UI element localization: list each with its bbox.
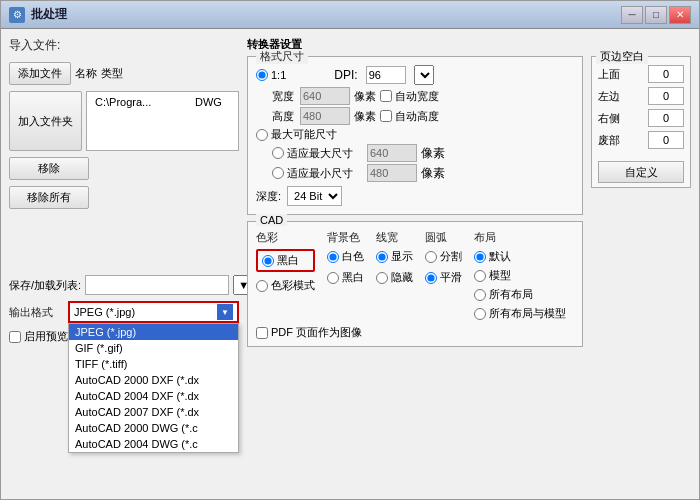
pdf-checkbox-label[interactable]: PDF 页面作为图像 bbox=[256, 325, 362, 340]
max-possible-label[interactable]: 最大可能尺寸 bbox=[256, 127, 337, 142]
margin-bottom-label: 废部 bbox=[598, 133, 620, 148]
title-bar: ⚙ 批处理 ─ □ ✕ bbox=[1, 1, 699, 29]
dpi-input[interactable] bbox=[366, 66, 406, 84]
remove-all-button[interactable]: 移除所有 bbox=[9, 186, 89, 209]
margin-left-input[interactable] bbox=[648, 87, 684, 105]
depth-select[interactable]: 24 Bit 8 Bit 1 Bit bbox=[287, 186, 342, 206]
layout-default-label[interactable]: 默认 bbox=[474, 249, 566, 264]
dropdown-item-7[interactable]: AutoCAD 2004 DWG (*.c bbox=[69, 436, 238, 452]
dropdown-arrow-icon[interactable]: ▼ bbox=[217, 304, 233, 320]
cad-layout-title: 布局 bbox=[474, 230, 566, 245]
dropdown-item-6[interactable]: AutoCAD 2000 DWG (*.c bbox=[69, 420, 238, 436]
layout-all-model-radio[interactable] bbox=[474, 308, 486, 320]
layout-all-model-label[interactable]: 所有布局与模型 bbox=[474, 306, 566, 321]
title-bar-left: ⚙ 批处理 bbox=[9, 6, 67, 23]
dropdown-item-5[interactable]: AutoCAD 2007 DXF (*.dx bbox=[69, 404, 238, 420]
margin-title: 页边空白 bbox=[596, 49, 648, 64]
save-row: 保存/加载列表: ▼ bbox=[9, 275, 239, 295]
color-mode-radio[interactable] bbox=[256, 280, 268, 292]
min-size-input[interactable] bbox=[367, 164, 417, 182]
preview-checkbox[interactable] bbox=[9, 331, 21, 343]
auto-width-text: 自动宽度 bbox=[395, 89, 439, 104]
close-button[interactable]: ✕ bbox=[669, 6, 691, 24]
converter-section: 格式尺寸 1:1 DPI: 96 bbox=[247, 56, 691, 351]
remove-button[interactable]: 移除 bbox=[9, 157, 89, 180]
dropdown-item-4[interactable]: AutoCAD 2004 DXF (*.dx bbox=[69, 388, 238, 404]
width-row: 宽度 像素 自动宽度 bbox=[272, 87, 574, 105]
preview-checkbox-label[interactable]: 启用预览 bbox=[9, 329, 68, 344]
max-possible-radio[interactable] bbox=[256, 129, 268, 141]
color-mode-radio-label[interactable]: 色彩模式 bbox=[256, 278, 315, 293]
max-size-label[interactable]: 适应最大尺寸 bbox=[272, 146, 353, 161]
col-name-header: 名称 bbox=[75, 66, 97, 81]
bw-radio[interactable] bbox=[262, 255, 274, 267]
layout-model-label[interactable]: 模型 bbox=[474, 268, 566, 283]
max-size-input[interactable] bbox=[367, 144, 417, 162]
format-value: JPEG (*.jpg) bbox=[74, 306, 135, 318]
file-list-area: C:\Progra... DWG bbox=[86, 91, 239, 151]
dropdown-item-1[interactable]: GIF (*.gif) bbox=[69, 340, 238, 356]
dropdown-item-0[interactable]: JPEG (*.jpg) bbox=[69, 324, 238, 340]
save-input[interactable] bbox=[85, 275, 229, 295]
margin-right-input[interactable] bbox=[648, 109, 684, 127]
bg-black-text: 黑白 bbox=[342, 270, 364, 285]
dpi-dropdown-container: 96 bbox=[414, 65, 434, 85]
dropdown-item-2[interactable]: TIFF (*.tiff) bbox=[69, 356, 238, 372]
add-file-button[interactable]: 添加文件 bbox=[9, 62, 71, 85]
cad-bg-col: 背景色 白色 黑白 bbox=[327, 230, 364, 321]
ratio-1-1-radio[interactable] bbox=[256, 69, 268, 81]
min-size-label[interactable]: 适应最小尺寸 bbox=[272, 166, 353, 181]
auto-height-label[interactable]: 自动高度 bbox=[380, 109, 439, 124]
pdf-text: PDF 页面作为图像 bbox=[271, 325, 362, 340]
import-label: 导入文件: bbox=[9, 37, 239, 54]
pdf-checkbox[interactable] bbox=[256, 327, 268, 339]
auto-width-label[interactable]: 自动宽度 bbox=[380, 89, 439, 104]
bg-white-radio[interactable] bbox=[327, 251, 339, 263]
bg-black-label[interactable]: 黑白 bbox=[327, 270, 364, 285]
auto-height-checkbox[interactable] bbox=[380, 110, 392, 122]
main-window: ⚙ 批处理 ─ □ ✕ 导入文件: 添加文件 名称 类型 加入文件夹 C:\Pr… bbox=[0, 0, 700, 500]
minimize-button[interactable]: ─ bbox=[621, 6, 643, 24]
linewidth-hide-radio[interactable] bbox=[376, 272, 388, 284]
maximize-button[interactable]: □ bbox=[645, 6, 667, 24]
layout-default-radio[interactable] bbox=[474, 251, 486, 263]
height-unit: 像素 bbox=[354, 109, 376, 124]
pdf-row: PDF 页面作为图像 bbox=[256, 325, 574, 340]
bg-white-label[interactable]: 白色 bbox=[327, 249, 364, 264]
linewidth-hide-label[interactable]: 隐藏 bbox=[376, 270, 413, 285]
max-size-radio[interactable] bbox=[272, 147, 284, 159]
layout-model-text: 模型 bbox=[489, 268, 511, 283]
width-input[interactable] bbox=[300, 87, 350, 105]
bg-black-radio[interactable] bbox=[327, 272, 339, 284]
arc-divide-label[interactable]: 分割 bbox=[425, 249, 462, 264]
dropdown-item-3[interactable]: AutoCAD 2000 DXF (*.dx bbox=[69, 372, 238, 388]
auto-width-checkbox[interactable] bbox=[380, 90, 392, 102]
height-input[interactable] bbox=[300, 107, 350, 125]
arc-smooth-label[interactable]: 平滑 bbox=[425, 270, 462, 285]
linewidth-show-radio[interactable] bbox=[376, 251, 388, 263]
cad-linewidth-title: 线宽 bbox=[376, 230, 413, 245]
linewidth-show-label[interactable]: 显示 bbox=[376, 249, 413, 264]
second-btn-row: 加入文件夹 C:\Progra... DWG bbox=[9, 91, 239, 151]
margin-top-label: 上面 bbox=[598, 67, 620, 82]
min-size-radio[interactable] bbox=[272, 167, 284, 179]
layout-all-radio[interactable] bbox=[474, 289, 486, 301]
layout-all-label[interactable]: 所有布局 bbox=[474, 287, 566, 302]
add-folder-button[interactable]: 加入文件夹 bbox=[9, 91, 82, 151]
bw-radio-label[interactable]: 黑白 bbox=[256, 249, 315, 272]
custom-button[interactable]: 自定义 bbox=[598, 161, 684, 183]
arc-smooth-radio[interactable] bbox=[425, 272, 437, 284]
save-label: 保存/加载列表: bbox=[9, 278, 81, 293]
right-panel: 转换器设置 格式尺寸 1:1 DPI: bbox=[247, 37, 691, 491]
output-format-label: 输出格式 bbox=[9, 305, 64, 320]
margin-bottom-input[interactable] bbox=[648, 131, 684, 149]
layout-model-radio[interactable] bbox=[474, 270, 486, 282]
arc-divide-radio[interactable] bbox=[425, 251, 437, 263]
table-row: C:\Progra... DWG bbox=[91, 94, 234, 110]
margin-top-input[interactable] bbox=[648, 65, 684, 83]
preview-label: 启用预览 bbox=[24, 329, 68, 344]
ratio-1-1-label[interactable]: 1:1 bbox=[256, 69, 286, 81]
file-name: C:\Progra... bbox=[95, 96, 195, 108]
dpi-dropdown[interactable]: 96 bbox=[414, 65, 434, 85]
format-select-display[interactable]: JPEG (*.jpg) ▼ bbox=[68, 301, 239, 323]
